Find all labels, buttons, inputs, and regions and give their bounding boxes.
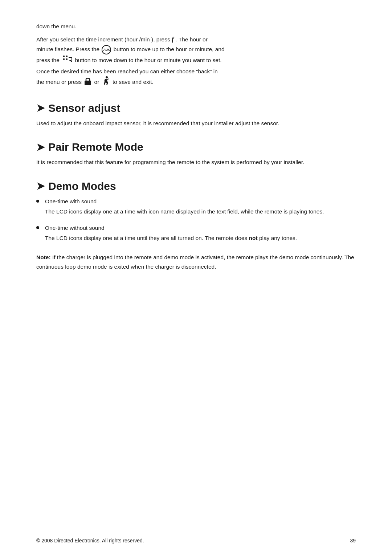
list-item: One-time without sound The LCD icons dis…: [36, 223, 356, 243]
pair-remote-heading: ➤ Pair Remote Mode: [36, 141, 356, 153]
intro-line1: down the menu.: [36, 23, 76, 29]
copyright-text: © 2008 Directed Electronics. All rights …: [36, 538, 144, 543]
note-paragraph: Note: If the charger is plugged into the…: [36, 253, 356, 271]
intro-line5: Once the desired time has been reached y…: [36, 68, 218, 74]
pair-remote-body: It is recommended that this feature for …: [36, 158, 356, 167]
intro-line4-part2: button to move down to the hour or minut…: [75, 57, 221, 63]
pair-remote-title: Pair Remote Mode: [48, 141, 143, 153]
demo-modes-list: One-time with sound The LCD icons displa…: [36, 197, 356, 243]
lock-icon: [84, 76, 92, 89]
svg-point-1: [66, 56, 68, 57]
intro-line2-part2: . The hour or: [175, 36, 207, 42]
bullet-dot-1: [36, 200, 39, 203]
svg-point-2: [63, 58, 65, 60]
italic-f-icon: f: [172, 36, 174, 43]
sensor-adjust-body: Used to adjust the onboard impact sensor…: [36, 119, 356, 128]
bullet-content-2: One-time without sound The LCD icons dis…: [45, 223, 356, 243]
bold-not: not: [249, 235, 257, 241]
content-area: down the menu. After you select the time…: [36, 22, 356, 271]
arrow-icon-sensor: ➤: [36, 102, 45, 114]
bullet-desc-1: The LCD icons display one at a time with…: [45, 207, 356, 216]
intro-line6-part2: or: [94, 79, 99, 85]
intro-line3-part1: minute flashes. Press the: [36, 46, 99, 52]
svg-rect-4: [85, 81, 91, 85]
intro-line6-part3: to save and exit.: [113, 79, 154, 85]
intro-paragraph-2: After you select the time increment (hou…: [36, 34, 356, 89]
bullet-title-2: One-time without sound: [45, 223, 356, 233]
bullet-desc-2: The LCD icons display one at a time unti…: [45, 233, 356, 243]
down-dots-icon: [62, 54, 73, 67]
page-number: 39: [350, 538, 356, 543]
intro-line3-part2: button to move up to the hour or minute,…: [114, 46, 225, 52]
aux-button-icon: AUX: [102, 45, 111, 54]
arrow-icon-demo: ➤: [36, 180, 45, 192]
svg-point-3: [66, 58, 68, 60]
demo-modes-heading: ➤ Demo Modes: [36, 180, 356, 192]
sensor-adjust-title: Sensor adjust: [48, 102, 120, 114]
person-icon: [102, 76, 110, 89]
intro-paragraph: down the menu.: [36, 22, 356, 31]
note-label: Note:: [36, 254, 51, 260]
bullet-content-1: One-time with sound The LCD icons displa…: [45, 197, 356, 216]
note-text: If the charger is plugged into the remot…: [36, 254, 354, 270]
bullet-title-1: One-time with sound: [45, 197, 356, 206]
intro-line4-part1: press the: [36, 57, 60, 63]
arrow-icon-pair: ➤: [36, 141, 45, 153]
list-item: One-time with sound The LCD icons displa…: [36, 197, 356, 216]
sensor-adjust-heading: ➤ Sensor adjust: [36, 102, 356, 114]
intro-line6-part1: the menu or press: [36, 79, 82, 85]
footer: © 2008 Directed Electronics. All rights …: [36, 538, 356, 543]
intro-line2-part1: After you select the time increment (hou…: [36, 36, 170, 42]
svg-point-5: [106, 76, 108, 78]
demo-modes-title: Demo Modes: [48, 180, 116, 192]
bullet-dot-2: [36, 226, 39, 229]
page: down the menu. After you select the time…: [0, 0, 392, 558]
svg-point-0: [63, 56, 65, 57]
